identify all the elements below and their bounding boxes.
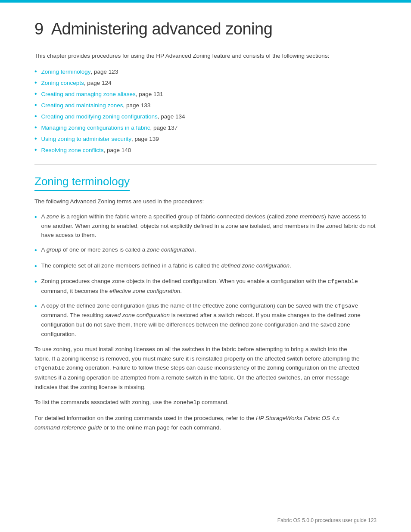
toc-list: Zoning terminology, page 123 Zoning conc… <box>34 68 377 154</box>
chapter-title: 9 Administering advanced zoning <box>34 20 377 38</box>
section-title-zoning-terminology: Zoning terminology <box>34 175 130 191</box>
bullet-text-2: A group of one or more zones is called a… <box>41 245 196 255</box>
toc-page: , page 131 <box>136 91 163 97</box>
toc-page: , page 140 <box>103 147 131 153</box>
toc-link-zoning-concepts[interactable]: Zoning concepts <box>41 80 84 86</box>
toc-page: , page 124 <box>84 80 112 86</box>
list-item: Managing zoning configurations in a fabr… <box>34 124 377 131</box>
chapter-number: 9 <box>34 20 44 38</box>
list-item: Creating and managing zone aliases, page… <box>34 90 377 98</box>
toc-page: , page 123 <box>90 68 118 75</box>
terminology-bullet-list: A zone is a region within the fabric whe… <box>34 212 377 339</box>
toc-link-zoning-terminology[interactable]: Zoning terminology <box>41 68 91 75</box>
footer-text: Fabric OS 5.0.0 procedures user guide 12… <box>277 517 377 523</box>
toc-link-zone-conflicts[interactable]: Resolving zone conflicts <box>41 147 104 153</box>
bullet-text-5: A copy of the defined zone configuration… <box>41 301 377 339</box>
list-item: Zoning concepts, page 124 <box>34 79 377 87</box>
section-intro: The following Advanced Zoning terms are … <box>34 197 377 206</box>
toc-page: , page 134 <box>158 113 185 120</box>
toc-link-security[interactable]: Using zoning to administer security <box>41 136 131 142</box>
list-item: Creating and modifying zoning configurat… <box>34 112 377 120</box>
toc-link-modifying-configs[interactable]: Creating and modifying zoning configurat… <box>41 113 158 120</box>
list-item: The complete set of all zone members def… <box>34 261 377 272</box>
page-container: 9 Administering advanced zoning This cha… <box>0 0 411 532</box>
list-item: A copy of the defined zone configuration… <box>34 301 377 339</box>
chapter-title-text: Administering advanced zoning <box>51 20 273 38</box>
list-item: Zoning procedures change zone objects in… <box>34 277 377 296</box>
list-item: Creating and maintaining zones, page 133 <box>34 101 377 109</box>
chapter-intro: This chapter provides procedures for usi… <box>34 51 362 61</box>
toc-page: , page 133 <box>123 102 150 109</box>
footer: Fabric OS 5.0.0 procedures user guide 12… <box>277 517 377 523</box>
toc-link-maintaining-zones[interactable]: Creating and maintaining zones <box>41 102 123 109</box>
body-text-3: For detailed information on the zoning c… <box>34 414 362 432</box>
section-divider <box>34 164 377 165</box>
toc-page: , page 139 <box>131 136 159 142</box>
list-item: A zone is a region within the fabric whe… <box>34 212 377 240</box>
list-item: A group of one or more zones is called a… <box>34 245 377 256</box>
toc-link-zone-aliases[interactable]: Creating and managing zone aliases <box>41 91 136 97</box>
bullet-text-1: A zone is a region within the fabric whe… <box>41 212 377 240</box>
body-text-2: To list the commands associated with zon… <box>34 398 362 408</box>
body-text-1: To use zoning, you must install zoning l… <box>34 345 362 392</box>
content-area: 9 Administering advanced zoning This cha… <box>0 3 411 447</box>
list-item: Using zoning to administer security, pag… <box>34 135 377 143</box>
bullet-text-3: The complete set of all zone members def… <box>41 261 291 271</box>
toc-link-managing-configs[interactable]: Managing zoning configurations in a fabr… <box>41 124 150 131</box>
list-item: Zoning terminology, page 123 <box>34 68 377 75</box>
list-item: Resolving zone conflicts, page 140 <box>34 146 377 154</box>
bullet-text-4: Zoning procedures change zone objects in… <box>41 277 377 296</box>
toc-page: , page 137 <box>150 124 178 131</box>
